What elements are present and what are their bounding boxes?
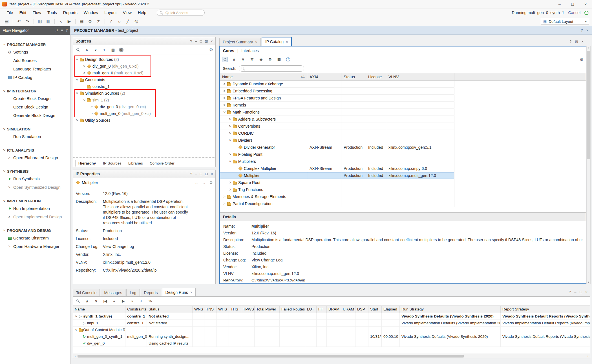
column-header[interactable] bbox=[454, 73, 586, 80]
bottom-tab[interactable]: Messages bbox=[101, 289, 125, 296]
flow-navigator-row[interactable]: Add Sources bbox=[0, 56, 70, 65]
catalog-row[interactable]: Multipliers bbox=[220, 158, 454, 165]
messages-badge[interactable]: 0 bbox=[119, 48, 123, 52]
catalog-row[interactable]: Divider Generator AXI4-Stream Production… bbox=[220, 144, 454, 151]
rewind-icon[interactable]: « bbox=[111, 298, 117, 304]
maximize-button[interactable]: □ bbox=[566, 0, 579, 8]
add-sources-icon[interactable]: + bbox=[101, 47, 107, 53]
cancel-link[interactable]: Cancel bbox=[568, 10, 580, 15]
scroll-left-icon[interactable]: ‹ bbox=[73, 354, 78, 358]
chevron-icon[interactable] bbox=[228, 153, 232, 156]
bottom-tab[interactable]: Reports bbox=[141, 289, 161, 296]
minimize-icon[interactable]: – bbox=[195, 39, 197, 43]
settings-icon[interactable]: ⚙ bbox=[209, 180, 213, 185]
scroll-down-icon[interactable]: ∨ bbox=[587, 280, 589, 284]
tools-icon[interactable]: ⚙ bbox=[267, 57, 273, 62]
sources-view-tab[interactable]: Libraries bbox=[125, 160, 146, 167]
column-header[interactable]: AXI4 bbox=[307, 73, 341, 80]
source-tree-item[interactable]: div_gen_0 (div_gen_0.xci) bbox=[73, 63, 215, 70]
column-header[interactable]: VLNV bbox=[386, 73, 454, 80]
validate-icon[interactable]: ✓ bbox=[107, 18, 115, 25]
column-header[interactable]: Failed Routes bbox=[280, 306, 305, 313]
collapse-icon[interactable]: ⇄ bbox=[55, 28, 58, 32]
edit-icon[interactable]: ╱ bbox=[124, 18, 132, 25]
flow-navigator-row[interactable]: Open Synthesized Design bbox=[0, 183, 70, 192]
column-header[interactable]: Total Power bbox=[255, 306, 280, 313]
menu-item[interactable]: Tools bbox=[44, 8, 60, 17]
flow-navigator-row[interactable]: Open Implemented Design bbox=[0, 213, 70, 221]
horizontal-scrollbar[interactable]: ‹ › bbox=[73, 354, 590, 358]
tab-interfaces[interactable]: Interfaces bbox=[241, 48, 259, 53]
info-icon[interactable] bbox=[285, 57, 291, 62]
help-icon[interactable]: ? bbox=[569, 39, 571, 44]
minimize-icon[interactable]: – bbox=[574, 290, 576, 294]
column-header[interactable]: Constraints bbox=[125, 306, 147, 313]
tab-close-icon[interactable]: × bbox=[190, 290, 193, 294]
source-tree-item[interactable]: div_gen_0 (div_gen_0.xci) bbox=[73, 103, 215, 110]
undo-icon[interactable]: ↶ bbox=[15, 18, 23, 25]
editor-tab[interactable]: IP Catalog × bbox=[262, 37, 292, 46]
copy-icon[interactable]: ▥ bbox=[36, 18, 44, 25]
separator[interactable] bbox=[75, 19, 76, 24]
catalog-row[interactable]: Conversions bbox=[220, 123, 454, 130]
flow-navigator-row[interactable]: Settings bbox=[0, 48, 70, 56]
step-first-icon[interactable]: |◀ bbox=[102, 298, 108, 304]
chevron-icon[interactable] bbox=[89, 112, 94, 115]
collapse-all-icon[interactable]: ∧ bbox=[84, 298, 90, 304]
settings-icon[interactable]: ⚙ bbox=[86, 18, 94, 25]
chevron-icon[interactable] bbox=[89, 105, 94, 108]
catalog-row[interactable]: Multiplier Production Included xilinx.co… bbox=[220, 172, 454, 179]
flow-navigator-row[interactable]: IP INTEGRATOR bbox=[0, 88, 70, 94]
chevron-icon[interactable] bbox=[228, 117, 232, 121]
flow-navigator-row[interactable]: SYNTHESIS bbox=[0, 168, 70, 175]
editor-tab[interactable]: Project Summary × bbox=[219, 38, 261, 46]
column-header[interactable]: Report Strategy bbox=[501, 306, 590, 313]
probe-icon[interactable]: ◎ bbox=[132, 18, 140, 25]
column-header[interactable]: Start bbox=[368, 306, 382, 313]
design-run-row[interactable]: mult_gen_0_synth_1 mult_gen_0 Running sy… bbox=[73, 333, 590, 340]
filter-icon[interactable]: ▽ bbox=[249, 57, 255, 62]
menu-item[interactable]: Edit bbox=[16, 8, 29, 17]
percentage-icon[interactable]: % bbox=[147, 298, 153, 304]
catalog-row[interactable]: Trig Functions bbox=[220, 186, 454, 193]
clock-icon[interactable]: ○ bbox=[116, 18, 123, 25]
source-tree-item[interactable]: Design Sources (2) bbox=[73, 56, 215, 63]
close-button[interactable]: × bbox=[579, 0, 592, 8]
search-icon[interactable] bbox=[75, 47, 81, 53]
redo-icon[interactable]: ↷ bbox=[24, 18, 31, 25]
flow-navigator-row[interactable]: Open Hardware Manager bbox=[0, 242, 70, 251]
chevron-icon[interactable] bbox=[222, 96, 227, 100]
menu-item[interactable]: View bbox=[120, 8, 135, 17]
bottom-tab[interactable]: Design Runs × bbox=[162, 288, 196, 296]
scrollbar-thumb[interactable] bbox=[587, 51, 590, 159]
help-icon[interactable]: ? bbox=[569, 290, 571, 294]
separator[interactable] bbox=[54, 19, 55, 24]
flow-navigator-row[interactable]: RTL ANALYSIS bbox=[0, 147, 70, 154]
forward-icon[interactable]: » bbox=[129, 298, 135, 304]
settings-icon[interactable]: ⚙ bbox=[580, 57, 584, 62]
chevron-icon[interactable] bbox=[75, 58, 79, 61]
chevron-icon[interactable] bbox=[228, 132, 232, 135]
chevron-icon[interactable] bbox=[222, 195, 227, 198]
column-header[interactable]: TPWS bbox=[241, 306, 255, 313]
float-icon[interactable]: □ bbox=[200, 39, 202, 43]
maximize-icon[interactable]: ⊡ bbox=[205, 39, 208, 43]
run-icon[interactable]: ▶ bbox=[65, 18, 73, 25]
sources-view-tab[interactable]: Compile Order bbox=[147, 160, 177, 167]
flow-navigator-row[interactable]: Generate Bitstream bbox=[0, 234, 70, 242]
separator[interactable] bbox=[105, 19, 105, 24]
flow-navigator-row[interactable]: Open Elaborated Design bbox=[0, 154, 70, 162]
scroll-up-icon[interactable]: ∧ bbox=[587, 46, 589, 50]
menu-item[interactable]: Reports bbox=[60, 8, 81, 17]
flow-navigator-row[interactable]: Run Simulation bbox=[0, 132, 70, 141]
chevron-icon[interactable] bbox=[75, 78, 79, 81]
chevron-icon[interactable] bbox=[222, 202, 227, 205]
close-icon[interactable]: × bbox=[581, 39, 584, 44]
catalog-row[interactable]: Embedded Processing bbox=[220, 88, 454, 95]
close-icon[interactable]: × bbox=[585, 290, 587, 294]
search-icon[interactable] bbox=[222, 57, 228, 62]
report-icon[interactable]: ▥ bbox=[45, 18, 52, 25]
blocks-icon[interactable]: ▦ bbox=[78, 18, 85, 25]
source-tree-item[interactable]: mult_gen_0 (mult_gen_0.xci) bbox=[73, 70, 215, 76]
stop-icon[interactable]: × bbox=[57, 18, 65, 25]
